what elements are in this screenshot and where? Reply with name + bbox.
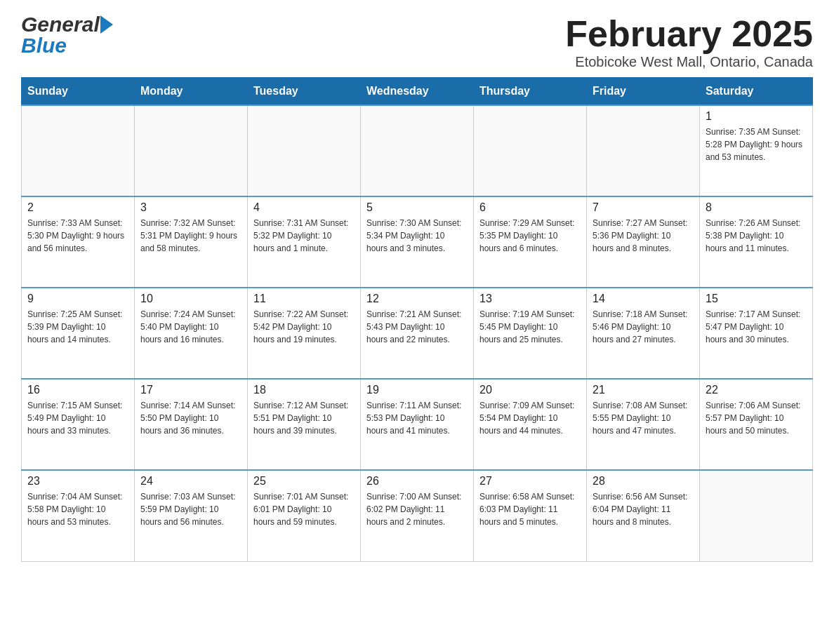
- col-thursday: Thursday: [474, 78, 587, 106]
- day-number: 28: [593, 475, 694, 488]
- col-wednesday: Wednesday: [361, 78, 474, 106]
- day-number: 26: [366, 475, 468, 488]
- day-number: 21: [593, 384, 694, 396]
- day-info: Sunrise: 7:12 AM Sunset: 5:51 PM Dayligh…: [253, 399, 355, 437]
- logo: General Blue: [21, 14, 113, 56]
- table-row: 11Sunrise: 7:22 AM Sunset: 5:42 PM Dayli…: [248, 288, 361, 379]
- table-row: 19Sunrise: 7:11 AM Sunset: 5:53 PM Dayli…: [361, 379, 474, 470]
- day-info: Sunrise: 7:33 AM Sunset: 5:30 PM Dayligh…: [27, 217, 128, 255]
- day-info: Sunrise: 7:04 AM Sunset: 5:58 PM Dayligh…: [27, 490, 128, 528]
- week-row: 23Sunrise: 7:04 AM Sunset: 5:58 PM Dayli…: [22, 470, 813, 561]
- day-info: Sunrise: 7:14 AM Sunset: 5:50 PM Dayligh…: [140, 399, 241, 437]
- week-row: 16Sunrise: 7:15 AM Sunset: 5:49 PM Dayli…: [22, 379, 813, 470]
- title-block: February 2025 Etobicoke West Mall, Ontar…: [565, 14, 813, 70]
- day-number: 10: [140, 293, 241, 305]
- table-row: 21Sunrise: 7:08 AM Sunset: 5:55 PM Dayli…: [587, 379, 700, 470]
- day-info: Sunrise: 6:58 AM Sunset: 6:03 PM Dayligh…: [479, 490, 581, 528]
- table-row: 10Sunrise: 7:24 AM Sunset: 5:40 PM Dayli…: [135, 288, 248, 379]
- table-row: 14Sunrise: 7:18 AM Sunset: 5:46 PM Dayli…: [587, 288, 700, 379]
- logo-blue-text: Blue: [21, 35, 67, 56]
- col-sunday: Sunday: [22, 78, 135, 106]
- day-number: 6: [479, 201, 581, 214]
- day-number: 15: [706, 293, 807, 305]
- col-saturday: Saturday: [700, 78, 813, 106]
- day-info: Sunrise: 7:01 AM Sunset: 6:01 PM Dayligh…: [253, 490, 355, 528]
- week-row: 9Sunrise: 7:25 AM Sunset: 5:39 PM Daylig…: [22, 288, 813, 379]
- table-row: 2Sunrise: 7:33 AM Sunset: 5:30 PM Daylig…: [22, 196, 135, 288]
- day-info: Sunrise: 7:00 AM Sunset: 6:02 PM Dayligh…: [366, 490, 468, 528]
- day-number: 1: [706, 110, 807, 123]
- day-info: Sunrise: 7:15 AM Sunset: 5:49 PM Dayligh…: [27, 399, 128, 437]
- table-row: 28Sunrise: 6:56 AM Sunset: 6:04 PM Dayli…: [587, 470, 700, 561]
- table-row: 16Sunrise: 7:15 AM Sunset: 5:49 PM Dayli…: [22, 379, 135, 470]
- table-row: 20Sunrise: 7:09 AM Sunset: 5:54 PM Dayli…: [474, 379, 587, 470]
- page-title: February 2025: [565, 14, 813, 54]
- day-number: 16: [27, 384, 128, 396]
- day-number: 3: [140, 201, 241, 214]
- day-number: 20: [479, 384, 581, 396]
- table-row: 13Sunrise: 7:19 AM Sunset: 5:45 PM Dayli…: [474, 288, 587, 379]
- day-info: Sunrise: 7:31 AM Sunset: 5:32 PM Dayligh…: [253, 217, 355, 255]
- day-number: 25: [253, 475, 355, 488]
- day-info: Sunrise: 7:21 AM Sunset: 5:43 PM Dayligh…: [366, 308, 468, 346]
- day-info: Sunrise: 7:35 AM Sunset: 5:28 PM Dayligh…: [706, 126, 807, 163]
- table-row: 24Sunrise: 7:03 AM Sunset: 5:59 PM Dayli…: [135, 470, 248, 561]
- table-row: [474, 105, 587, 196]
- day-info: Sunrise: 7:18 AM Sunset: 5:46 PM Dayligh…: [593, 308, 694, 346]
- table-row: 26Sunrise: 7:00 AM Sunset: 6:02 PM Dayli…: [361, 470, 474, 561]
- day-number: 22: [706, 384, 807, 396]
- day-info: Sunrise: 7:24 AM Sunset: 5:40 PM Dayligh…: [140, 308, 241, 346]
- day-info: Sunrise: 7:26 AM Sunset: 5:38 PM Dayligh…: [706, 217, 807, 255]
- page-subtitle: Etobicoke West Mall, Ontario, Canada: [565, 54, 813, 70]
- day-number: 8: [706, 201, 807, 214]
- day-number: 18: [253, 384, 355, 396]
- day-info: Sunrise: 7:11 AM Sunset: 5:53 PM Dayligh…: [366, 399, 468, 437]
- table-row: [22, 105, 135, 196]
- day-info: Sunrise: 7:08 AM Sunset: 5:55 PM Dayligh…: [593, 399, 694, 437]
- day-number: 11: [253, 293, 355, 305]
- day-info: Sunrise: 7:30 AM Sunset: 5:34 PM Dayligh…: [366, 217, 468, 255]
- day-number: 5: [366, 201, 468, 214]
- table-row: 6Sunrise: 7:29 AM Sunset: 5:35 PM Daylig…: [474, 196, 587, 288]
- day-number: 27: [479, 475, 581, 488]
- table-row: 12Sunrise: 7:21 AM Sunset: 5:43 PM Dayli…: [361, 288, 474, 379]
- week-row: 1Sunrise: 7:35 AM Sunset: 5:28 PM Daylig…: [22, 105, 813, 196]
- week-row: 2Sunrise: 7:33 AM Sunset: 5:30 PM Daylig…: [22, 196, 813, 288]
- day-info: Sunrise: 7:17 AM Sunset: 5:47 PM Dayligh…: [706, 308, 807, 346]
- day-number: 7: [593, 201, 694, 214]
- table-row: [135, 105, 248, 196]
- table-row: 27Sunrise: 6:58 AM Sunset: 6:03 PM Dayli…: [474, 470, 587, 561]
- day-number: 14: [593, 293, 694, 305]
- table-row: 8Sunrise: 7:26 AM Sunset: 5:38 PM Daylig…: [700, 196, 813, 288]
- day-number: 2: [27, 201, 128, 214]
- table-row: 23Sunrise: 7:04 AM Sunset: 5:58 PM Dayli…: [22, 470, 135, 561]
- day-number: 24: [140, 475, 241, 488]
- day-info: Sunrise: 7:06 AM Sunset: 5:57 PM Dayligh…: [706, 399, 807, 437]
- table-row: 7Sunrise: 7:27 AM Sunset: 5:36 PM Daylig…: [587, 196, 700, 288]
- day-info: Sunrise: 7:03 AM Sunset: 5:59 PM Dayligh…: [140, 490, 241, 528]
- page-header: General Blue February 2025 Etobicoke Wes…: [21, 14, 813, 70]
- table-row: 15Sunrise: 7:17 AM Sunset: 5:47 PM Dayli…: [700, 288, 813, 379]
- day-number: 4: [253, 201, 355, 214]
- table-row: 25Sunrise: 7:01 AM Sunset: 6:01 PM Dayli…: [248, 470, 361, 561]
- day-info: Sunrise: 7:25 AM Sunset: 5:39 PM Dayligh…: [27, 308, 128, 346]
- day-info: Sunrise: 7:09 AM Sunset: 5:54 PM Dayligh…: [479, 399, 581, 437]
- day-number: 13: [479, 293, 581, 305]
- table-row: [361, 105, 474, 196]
- col-friday: Friday: [587, 78, 700, 106]
- day-number: 17: [140, 384, 241, 396]
- day-info: Sunrise: 6:56 AM Sunset: 6:04 PM Dayligh…: [593, 490, 694, 528]
- day-number: 19: [366, 384, 468, 396]
- logo-general-text: General: [21, 14, 100, 35]
- day-info: Sunrise: 7:29 AM Sunset: 5:35 PM Dayligh…: [479, 217, 581, 255]
- day-info: Sunrise: 7:32 AM Sunset: 5:31 PM Dayligh…: [140, 217, 241, 255]
- table-row: 3Sunrise: 7:32 AM Sunset: 5:31 PM Daylig…: [135, 196, 248, 288]
- table-row: 9Sunrise: 7:25 AM Sunset: 5:39 PM Daylig…: [22, 288, 135, 379]
- table-row: 5Sunrise: 7:30 AM Sunset: 5:34 PM Daylig…: [361, 196, 474, 288]
- table-row: 22Sunrise: 7:06 AM Sunset: 5:57 PM Dayli…: [700, 379, 813, 470]
- table-row: 18Sunrise: 7:12 AM Sunset: 5:51 PM Dayli…: [248, 379, 361, 470]
- day-info: Sunrise: 7:22 AM Sunset: 5:42 PM Dayligh…: [253, 308, 355, 346]
- calendar-table: Sunday Monday Tuesday Wednesday Thursday…: [21, 77, 813, 562]
- table-row: 17Sunrise: 7:14 AM Sunset: 5:50 PM Dayli…: [135, 379, 248, 470]
- table-row: [248, 105, 361, 196]
